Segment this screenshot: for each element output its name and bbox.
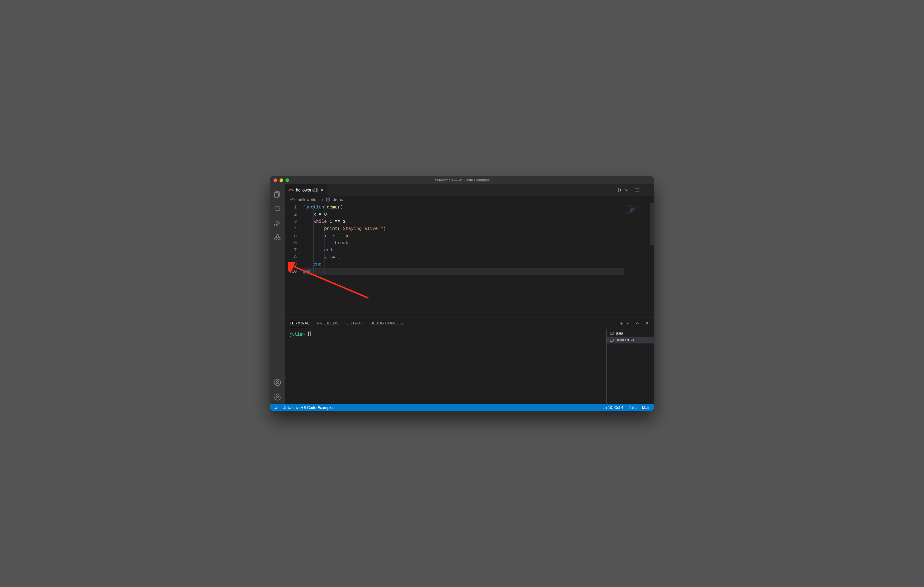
julia-workspace-icon[interactable] (270, 230, 285, 245)
accounts-icon[interactable] (270, 375, 285, 390)
svg-point-10 (277, 380, 279, 382)
tab-close-icon[interactable]: ✕ (320, 187, 324, 192)
svg-marker-12 (619, 189, 621, 192)
terminal-list: julia Julia REPL (606, 329, 654, 404)
activity-bar (270, 184, 285, 404)
code-line[interactable]: if x == 5 (303, 233, 624, 240)
code-line[interactable]: print("Staying alive!") (303, 225, 624, 233)
panel-close-icon[interactable] (645, 321, 649, 326)
line-number: 7 (285, 247, 297, 254)
breadcrumb-file: helloworld.jl (298, 197, 319, 202)
svg-point-11 (277, 396, 279, 398)
svg-point-6 (276, 234, 279, 237)
code-line[interactable]: x = 0 (303, 211, 624, 218)
line-number: 8 (285, 254, 297, 261)
line-number: 6 (285, 240, 297, 247)
code-line[interactable]: end (303, 268, 624, 275)
code-line[interactable]: break (303, 240, 624, 247)
svg-line-36 (274, 407, 275, 407)
symbol-module-icon (326, 197, 330, 202)
split-editor-icon[interactable] (634, 187, 640, 193)
terminal-prompt: julia> (290, 332, 305, 337)
line-number: 4 (285, 225, 297, 233)
code-line[interactable]: function demo() (303, 204, 624, 211)
terminal-list-item-julia[interactable]: julia (607, 330, 654, 337)
bottom-panel: TERMINAL PROBLEMS OUTPUT DEBUG CONSOLE (285, 317, 654, 404)
status-cursor-position[interactable]: Ln 10, Col 4 (602, 405, 623, 410)
svg-line-38 (274, 408, 275, 409)
panel-tab-output[interactable]: OUTPUT (346, 319, 363, 328)
svg-point-34 (275, 407, 277, 409)
code-line[interactable]: x += 1 (303, 254, 624, 261)
svg-point-8 (278, 237, 280, 240)
run-debug-icon[interactable] (270, 216, 285, 230)
vscode-window: helloworld.jl — VS Code Examples (270, 176, 654, 411)
editor-cursor (311, 268, 311, 274)
panel-tab-debug-console[interactable]: DEBUG CONSOLE (370, 319, 404, 328)
window-minimize-button[interactable] (279, 178, 283, 182)
explorer-icon[interactable] (270, 187, 285, 202)
titlebar: helloworld.jl — VS Code Examples (270, 176, 654, 184)
code-editor[interactable]: 12345678910 function demo()x = 0while 1 … (285, 203, 624, 317)
status-git-branch[interactable]: Main (642, 405, 650, 410)
more-actions-icon[interactable] (645, 187, 650, 193)
window-close-button[interactable] (274, 178, 277, 182)
minimap[interactable] (624, 203, 654, 317)
status-bar: Julia env: VS Code Examples Ln 10, Col 4… (270, 404, 654, 411)
breadcrumb[interactable]: helloworld.jl › demo (285, 196, 654, 203)
terminal-cursor (309, 332, 311, 336)
minimap-viewport[interactable] (650, 203, 654, 245)
chevron-right-icon: › (322, 197, 323, 202)
svg-rect-33 (610, 339, 614, 341)
settings-gear-icon[interactable] (270, 390, 285, 404)
breadcrumb-symbol: demo (333, 197, 343, 202)
line-number: 10 (285, 268, 297, 275)
status-julia-env[interactable]: Julia env: VS Code Examples (284, 405, 334, 410)
editor-tabbar: helloworld.jl ✕ (285, 184, 654, 196)
svg-marker-4 (276, 220, 280, 225)
window-title: helloworld.jl — VS Code Examples (270, 178, 654, 182)
panel-tab-terminal[interactable]: TERMINAL (290, 319, 309, 328)
svg-rect-1 (274, 193, 278, 197)
code-line[interactable]: while 1 == 1 (303, 218, 624, 225)
svg-line-37 (277, 407, 277, 407)
code-line[interactable]: end (303, 247, 624, 254)
status-debug-icon[interactable] (274, 405, 278, 410)
svg-point-15 (645, 190, 646, 190)
svg-line-39 (277, 408, 277, 409)
svg-point-17 (648, 190, 649, 190)
julia-file-icon (290, 199, 295, 201)
editor-tab-helloworld[interactable]: helloworld.jl ✕ (285, 184, 328, 196)
svg-line-3 (279, 210, 280, 211)
search-icon[interactable] (270, 202, 285, 216)
new-terminal-icon[interactable] (619, 321, 624, 326)
svg-rect-32 (610, 332, 614, 334)
tab-filename: helloworld.jl (296, 187, 318, 192)
svg-point-16 (647, 190, 647, 190)
terminal[interactable]: julia> (285, 329, 606, 404)
line-number: 2 (285, 211, 297, 218)
terminal-dropdown-icon[interactable] (625, 321, 630, 326)
svg-point-2 (275, 206, 279, 210)
line-number: 9 (285, 261, 297, 268)
svg-point-7 (274, 237, 277, 240)
line-number: 1 (285, 204, 297, 211)
code-area[interactable]: function demo()x = 0while 1 == 1print("S… (303, 204, 624, 317)
code-line[interactable]: end (303, 261, 624, 268)
status-language-mode[interactable]: Julia (629, 405, 637, 410)
panel-tab-problems[interactable]: PROBLEMS (317, 319, 339, 328)
terminal-list-item-julia-repl[interactable]: Julia REPL (607, 337, 654, 344)
run-dropdown-icon[interactable] (624, 187, 630, 193)
line-number-gutter: 12345678910 (285, 204, 303, 317)
panel-maximize-icon[interactable] (635, 321, 640, 326)
line-number: 5 (285, 233, 297, 240)
julia-file-icon (289, 189, 294, 191)
window-maximize-button[interactable] (285, 178, 289, 182)
run-file-icon[interactable] (617, 187, 622, 193)
line-number: 3 (285, 218, 297, 225)
